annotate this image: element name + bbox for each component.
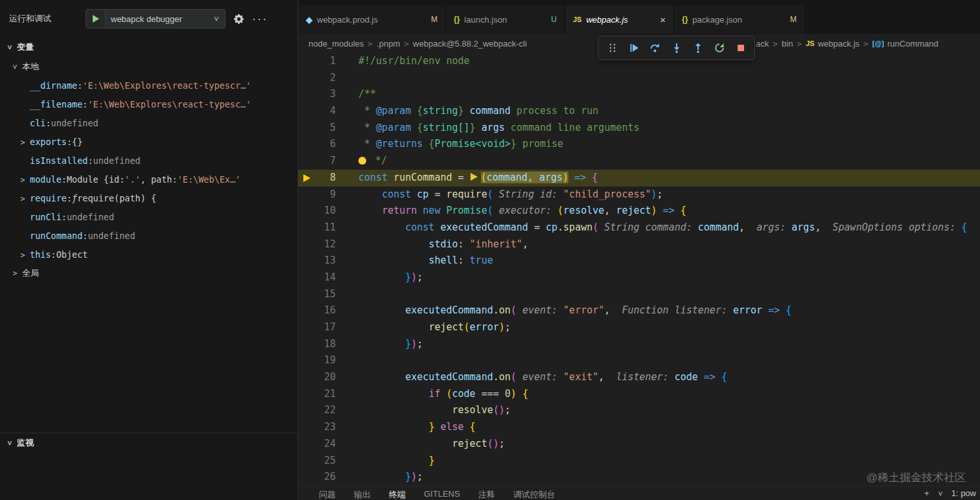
tab-package.json[interactable]: {}package.jsonM <box>674 5 805 34</box>
line-number[interactable]: 7 <box>298 153 336 170</box>
line-number[interactable]: 1 <box>298 53 336 70</box>
line-number[interactable]: 23 <box>298 419 336 436</box>
panel-tab-注释[interactable]: 注释 <box>478 489 495 500</box>
variable-row[interactable]: isInstalled: undefined <box>0 151 298 170</box>
line-number[interactable]: 21 <box>298 386 336 403</box>
line-number[interactable]: 20 <box>298 369 336 386</box>
panel-tab-输出[interactable]: 输出 <box>354 489 371 500</box>
add-terminal-icon[interactable]: + <box>924 488 929 498</box>
tab-webpack.prod.js[interactable]: ◆webpack.prod.jsM <box>298 5 446 34</box>
line-number[interactable]: 15 <box>298 286 336 303</box>
line-number[interactable]: 5 <box>298 120 336 137</box>
variable-value: , path: <box>141 174 178 185</box>
code-line: 7 */ <box>298 153 980 170</box>
step-into-icon[interactable] <box>666 38 686 58</box>
code-line: 16 executedCommand.on( event: "error", F… <box>298 302 980 319</box>
variable-row[interactable]: >this: Object <box>0 245 298 264</box>
panel-tab-调试控制台[interactable]: 调试控制台 <box>513 489 555 500</box>
start-debug-button[interactable] <box>86 10 106 28</box>
chevron-down-icon[interactable]: > <box>936 489 945 498</box>
code-line: 12 stdio: "inherit", <box>298 236 980 253</box>
line-number[interactable]: 26 <box>298 469 336 486</box>
line-number[interactable]: 8 <box>298 170 336 187</box>
more-actions-icon[interactable]: ··· <box>252 12 268 26</box>
variable-row[interactable]: >exports: {} <box>0 132 298 151</box>
breadcrumb-item[interactable]: ack <box>756 39 769 49</box>
debug-config-dropdown[interactable]: webapck debugger > <box>86 9 226 28</box>
webpack-file-icon: ◆ <box>306 15 312 25</box>
variable-name: runCommand <box>30 231 82 241</box>
tab-label: launch.json <box>464 15 507 25</box>
breadcrumb-item[interactable]: webpack@5.88.2_webpack-cli <box>413 39 527 49</box>
variables-section-header[interactable]: > 变量 <box>0 38 298 57</box>
variable-name: __filename <box>30 99 82 109</box>
step-over-icon[interactable] <box>645 38 665 58</box>
lightbulb-icon[interactable] <box>358 157 366 165</box>
scope-row[interactable]: >全局 <box>0 264 298 282</box>
line-number[interactable]: 16 <box>298 302 336 319</box>
chevron-right-icon: > <box>10 269 19 278</box>
breadcrumb-item[interactable]: [@]runCommand <box>872 39 939 49</box>
tab-webpack.js[interactable]: JSwebpack.js× <box>565 5 674 34</box>
line-number[interactable]: 11 <box>298 220 336 236</box>
variables-tree: >本地__dirname: 'E:\Web\Explores\react-typ… <box>0 57 298 282</box>
chevron-down-icon: > <box>212 14 221 23</box>
line-number[interactable]: 4 <box>298 103 336 120</box>
line-number[interactable]: 2 <box>298 70 336 87</box>
stop-icon[interactable] <box>730 38 751 58</box>
breadcrumb-item[interactable]: JSwebpack.js <box>806 39 859 49</box>
scope-row[interactable]: >本地 <box>0 57 298 76</box>
line-number[interactable]: 6 <box>298 136 336 153</box>
line-number[interactable]: 22 <box>298 402 336 419</box>
variable-row[interactable]: >require: ƒ require(path) { <box>0 188 298 207</box>
vscode-window: 运行和调试 webapck debugger > ··· > 变量 >本地__d… <box>0 0 980 500</box>
watch-section-header[interactable]: > 监视 <box>0 433 298 453</box>
variable-row[interactable]: runCli: undefined <box>0 207 298 226</box>
variable-value: 'E:\Web\Explores\react-typesc…' <box>88 99 251 109</box>
panel-tab-问题[interactable]: 问题 <box>319 489 336 500</box>
breadcrumb-item[interactable]: node_modules <box>309 39 364 49</box>
continue-icon[interactable] <box>624 38 644 58</box>
code-line: 11 const executedCommand = cp.spawn( Str… <box>298 220 980 236</box>
breadcrumb-item[interactable]: .pnpm <box>377 39 400 49</box>
line-number[interactable]: 9 <box>298 187 336 203</box>
line-number[interactable]: 19 <box>298 352 336 369</box>
gear-icon[interactable] <box>233 14 244 25</box>
variable-name: __dirname <box>30 80 77 91</box>
variable-row[interactable]: __dirname: 'E:\Web\Explores\react-typesc… <box>0 76 298 95</box>
code-line: 5 * @param {string[]} args command line … <box>298 120 980 137</box>
line-number[interactable]: 3 <box>298 86 336 103</box>
tab-launch.json[interactable]: {}launch.jsonU <box>446 5 565 34</box>
drag-grip-icon[interactable] <box>602 38 622 58</box>
code-line: 19 <box>298 352 980 369</box>
code-editor[interactable]: 1#!/usr/bin/env node23/**4 * @param {str… <box>298 53 980 486</box>
panel-title: 运行和调试 <box>9 13 78 25</box>
watch-section-label: 监视 <box>17 437 34 449</box>
line-number[interactable]: 25 <box>298 453 336 470</box>
line-number[interactable]: 18 <box>298 336 336 353</box>
variable-row[interactable]: __filename: 'E:\Web\Explores\react-types… <box>0 95 298 113</box>
variable-name: cli <box>30 118 45 128</box>
line-number[interactable]: 13 <box>298 253 336 269</box>
watch-section: > 监视 <box>0 433 298 453</box>
js-icon: JS <box>806 40 814 47</box>
close-icon[interactable]: × <box>660 14 666 25</box>
variable-row[interactable]: >module: Module {id: '.', path: 'E:\Web\… <box>0 170 298 188</box>
breadcrumb-item[interactable]: bin <box>782 39 793 49</box>
variable-row[interactable]: runCommand: undefined <box>0 226 298 245</box>
variable-value: 'E:\Web\Explores\react-typescr…' <box>82 80 251 91</box>
panel-tab-终端[interactable]: 终端 <box>389 489 406 500</box>
variable-row[interactable]: cli: undefined <box>0 113 298 132</box>
step-out-icon[interactable] <box>688 38 708 58</box>
line-number[interactable]: 24 <box>298 436 336 453</box>
line-number[interactable]: 14 <box>298 269 336 286</box>
git-status-badge: M <box>790 15 797 24</box>
line-number[interactable]: 17 <box>298 319 336 336</box>
line-number[interactable]: 12 <box>298 236 336 253</box>
restart-icon[interactable] <box>709 38 729 58</box>
variable-value: {} <box>72 137 82 147</box>
terminal-selector-label[interactable]: 1: pow <box>951 488 976 498</box>
panel-tab-GITLENS[interactable]: GITLENS <box>424 489 460 499</box>
line-number[interactable]: 10 <box>298 203 336 220</box>
chevron-down-icon: > <box>5 438 14 448</box>
